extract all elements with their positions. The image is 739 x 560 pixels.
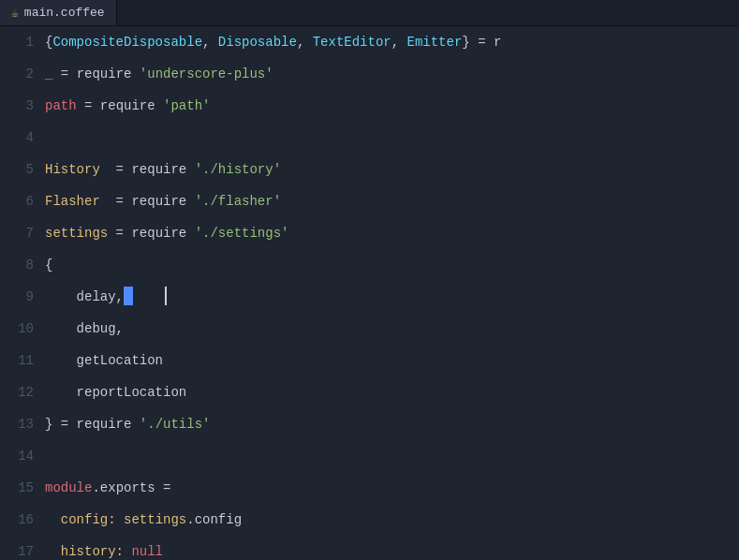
code-token: getLocation	[45, 353, 163, 368]
code-line: getLocation	[45, 345, 739, 376]
line-number: 15	[18, 472, 34, 504]
editor-area: 1234567891011121314151617 {CompositeDisp…	[0, 26, 739, 560]
code-token: require	[131, 194, 186, 209]
code-token: =	[77, 98, 100, 113]
code-token: require	[77, 417, 132, 432]
text-cursor	[124, 287, 133, 305]
line-number: 6	[26, 185, 34, 217]
code-token: .config	[186, 512, 242, 527]
code-token: path	[45, 98, 77, 113]
coffee-icon: ☕	[11, 6, 19, 21]
line-number: 14	[18, 440, 34, 472]
code-token	[131, 66, 139, 81]
line-number: 16	[18, 504, 34, 536]
code-token: './flasher'	[195, 194, 281, 209]
code-token: reportLocation	[45, 385, 186, 400]
line-number: 2	[26, 58, 34, 90]
tab-label: main.coffee	[24, 6, 105, 20]
code-token: TextEditor	[313, 35, 392, 50]
code-line: settings = require './settings'	[45, 217, 739, 249]
code-token: =	[108, 226, 131, 241]
code-token	[186, 226, 194, 241]
code-token: CompositeDisposable	[52, 35, 202, 50]
code-line: history: null	[45, 536, 739, 560]
line-number: 1	[26, 26, 34, 58]
code-area[interactable]: {CompositeDisposable, Disposable, TextEd…	[45, 26, 739, 560]
code-token: './history'	[195, 162, 281, 177]
code-line: reportLocation	[45, 376, 739, 408]
code-token: history:	[45, 544, 124, 559]
code-token: =	[52, 66, 76, 81]
code-token: =	[100, 162, 132, 177]
line-number: 13	[18, 408, 34, 440]
code-token: './utils'	[140, 417, 211, 432]
code-line: History = require './history'	[45, 154, 739, 185]
line-number: 9	[26, 281, 34, 313]
code-token: settings	[45, 226, 108, 241]
code-line: } = require './utils'	[45, 408, 739, 440]
code-token: 'underscore-plus'	[140, 66, 273, 81]
code-line: path = require 'path'	[45, 90, 739, 122]
tab-main-coffee[interactable]: ☕ main.coffee	[0, 0, 117, 25]
code-token: ,	[297, 35, 313, 50]
code-token: Emitter	[407, 35, 463, 50]
line-number: 7	[26, 217, 34, 249]
line-number: 12	[18, 376, 34, 408]
code-token: 'path'	[163, 98, 210, 113]
code-token	[186, 162, 194, 177]
line-number: 3	[26, 90, 34, 122]
code-token	[186, 194, 194, 209]
line-number: 8	[26, 249, 34, 281]
code-token: } =	[45, 417, 77, 432]
code-token: require	[77, 66, 132, 81]
line-number: 11	[18, 345, 34, 376]
code-token: debug,	[45, 321, 124, 336]
code-line: {CompositeDisposable, Disposable, TextEd…	[45, 26, 739, 58]
code-token: History	[45, 162, 100, 177]
code-line: config: settings.config	[45, 504, 739, 536]
code-token: settings	[116, 512, 187, 527]
line-numbers: 1234567891011121314151617	[0, 26, 45, 560]
i-beam-cursor	[165, 287, 167, 305]
code-token: =	[155, 480, 171, 495]
line-number: 10	[18, 313, 34, 345]
tab-bar: ☕ main.coffee	[0, 0, 739, 26]
code-line: _ = require 'underscore-plus'	[45, 58, 739, 90]
code-line	[45, 440, 739, 472]
line-number: 5	[26, 154, 34, 185]
code-token: .exports	[92, 480, 155, 495]
line-number: 4	[26, 122, 34, 154]
code-token: ,	[392, 35, 407, 50]
code-line	[45, 122, 739, 154]
line-number: 17	[18, 536, 34, 560]
code-token: Flasher	[45, 194, 100, 209]
code-token: {	[45, 35, 52, 50]
code-token: _	[45, 66, 52, 81]
code-token: module	[45, 480, 92, 495]
code-token: =	[100, 194, 132, 209]
code-line: delay,	[45, 281, 739, 313]
code-token: ,	[202, 35, 218, 50]
code-line: module.exports =	[45, 472, 739, 504]
code-token: config:	[45, 512, 116, 527]
code-token: require	[100, 98, 155, 113]
code-token	[155, 98, 163, 113]
code-line: debug,	[45, 313, 739, 345]
code-token: {	[45, 258, 52, 273]
code-line: {	[45, 249, 739, 281]
code-token	[131, 417, 139, 432]
code-token: './settings'	[195, 226, 289, 241]
code-token: require	[131, 162, 186, 177]
code-token: require	[131, 226, 186, 241]
code-token: Disposable	[218, 35, 297, 50]
code-token: null	[124, 544, 163, 559]
code-line: Flasher = require './flasher'	[45, 185, 739, 217]
code-token: } = r	[462, 35, 501, 50]
